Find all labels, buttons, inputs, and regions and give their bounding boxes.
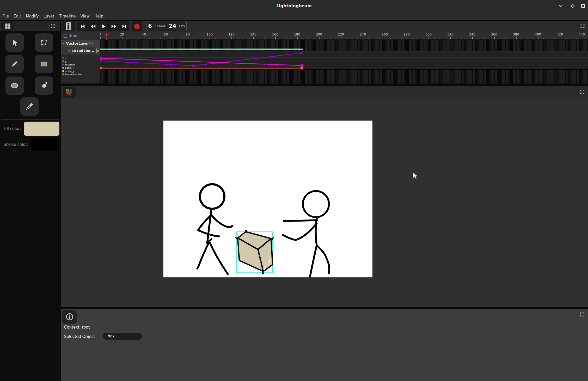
panel-grid-button[interactable] [1,21,15,31]
selected-box[interactable] [235,230,274,275]
pencil-tool-button[interactable] [5,55,24,73]
chevron-down-icon[interactable]: ▾ [68,49,70,52]
ruler-label: 60 [164,32,168,36]
property-label: y [65,60,67,63]
fps-unit-label: FPS [179,25,185,28]
menu-item-timeline[interactable]: Timeline [57,12,78,20]
ruler-tick [303,38,303,39]
ruler-tick [500,38,500,39]
frame-unit-label: FRAME [155,25,166,28]
ruler-tick [571,38,571,39]
ruler-label: 280 [403,32,410,36]
object-visibility-button[interactable] [96,49,99,53]
ruler-tick [226,38,226,39]
ruler-tick [516,37,517,39]
ruler-label: 40 [142,32,146,36]
timeline-menu-button[interactable] [62,21,75,31]
menu-bar: FileEditModifyLayerTimelineViewHelp [0,12,588,20]
ruler-tick [341,37,341,39]
minimize-icon[interactable] [557,3,564,9]
layer-row-vectorlayer[interactable]: ▾ VectorLayer [L] [61,40,100,47]
skip-to-end-button[interactable] [119,21,129,31]
snap-checkbox[interactable] [64,34,67,38]
keyframe-point[interactable] [100,67,102,69]
paint-bucket-tool-button[interactable] [35,76,53,95]
object-row[interactable]: ▾ 151ad70a... ~ [61,47,100,55]
ruler-tick [461,38,462,39]
menu-item-modify[interactable]: Modify [23,12,41,20]
ruler-tick [527,38,528,39]
menu-item-file[interactable]: File [0,12,11,20]
ruler-tick [390,38,391,39]
canvas-header [61,86,588,98]
ruler-tick [286,38,287,39]
ruler-label: 340 [469,32,475,36]
play-button[interactable] [98,21,108,31]
ruler-tick [220,38,221,39]
rewind-button[interactable] [88,21,98,31]
menu-item-view[interactable]: View [78,12,92,20]
ruler-tick [582,37,582,39]
menu-item-help[interactable]: Help [92,12,106,20]
record-button[interactable] [132,21,142,31]
property-row-x[interactable]: x [61,56,100,60]
fill-color-swatch[interactable] [24,122,59,136]
property-row-frameNumber[interactable]: frameNumber [61,73,100,76]
keyframe-point[interactable] [192,64,195,67]
fast-forward-button[interactable] [109,21,119,31]
ruler-tick [330,38,330,39]
timeline-ruler[interactable]: 0204060801001201401601802002202402602803… [61,32,588,40]
keyframe-point[interactable] [300,52,303,55]
menu-item-edit[interactable]: Edit [11,12,23,20]
sidebar-expand-button[interactable] [48,22,57,30]
frame-fps-box[interactable]: 6 FRAME 24 FPS [146,21,187,31]
stroke-color-swatch[interactable] [31,138,59,151]
ruler-tick [489,38,489,39]
track-area[interactable] [100,40,588,84]
close-icon[interactable] [580,3,586,9]
property-row-scale_x[interactable]: scale_x [61,66,100,70]
ellipse-tool-button[interactable] [5,76,24,95]
fast-forward-icon [111,23,117,29]
ruler-label: 120 [228,32,235,36]
stage[interactable] [163,121,372,277]
keyframe-point[interactable] [100,59,102,62]
ruler-tick [193,38,194,39]
selected-object-input[interactable]: box [103,333,142,340]
ruler-tick [346,38,347,39]
ruler-tick [127,38,128,39]
stage-tab-button[interactable] [63,87,76,98]
transform-tool-button[interactable] [35,33,53,52]
info-tab-button[interactable] [62,310,77,324]
stick-figure-left [197,184,232,274]
ruler-label: 420 [557,32,563,36]
property-color-dot [62,57,64,59]
ruler-tick [138,38,139,39]
property-list: xyrotationscale_xscale_yframeNumber [61,55,100,76]
keyframe-point[interactable] [100,57,102,60]
property-label: rotation [65,63,75,66]
property-row-rotation[interactable]: rotation [61,63,100,66]
maximize-icon[interactable] [569,3,576,9]
keyframe-point[interactable] [300,67,303,70]
eyedropper-tool-button[interactable] [20,97,39,116]
canvas-expand-button[interactable] [579,88,586,95]
ruler-label: 220 [338,32,344,36]
rectangle-tool-button[interactable] [35,55,53,73]
ruler-label: 200 [316,32,322,36]
timeline-expand-button[interactable] [579,22,586,29]
ruler-tick [111,38,112,39]
keyframe-point[interactable] [300,64,303,67]
select-tool-button[interactable] [5,33,24,52]
menu-item-layer[interactable]: Layer [41,12,57,20]
timeline-panel: 6 FRAME 24 FPS 0204060801001201401601802… [61,21,588,84]
tool-sidebar: Fill color: Stroke color: [0,21,60,381]
skip-to-start-button[interactable] [77,21,88,31]
property-row-scale_y[interactable]: scale_y [61,69,100,73]
ruler-tick [554,38,555,39]
ruler-tick [270,38,270,39]
inspector-expand-button[interactable] [579,311,586,318]
ruler-tick [117,38,117,39]
chevron-down-icon[interactable]: ▾ [63,42,64,45]
property-row-y[interactable]: y [61,60,100,63]
